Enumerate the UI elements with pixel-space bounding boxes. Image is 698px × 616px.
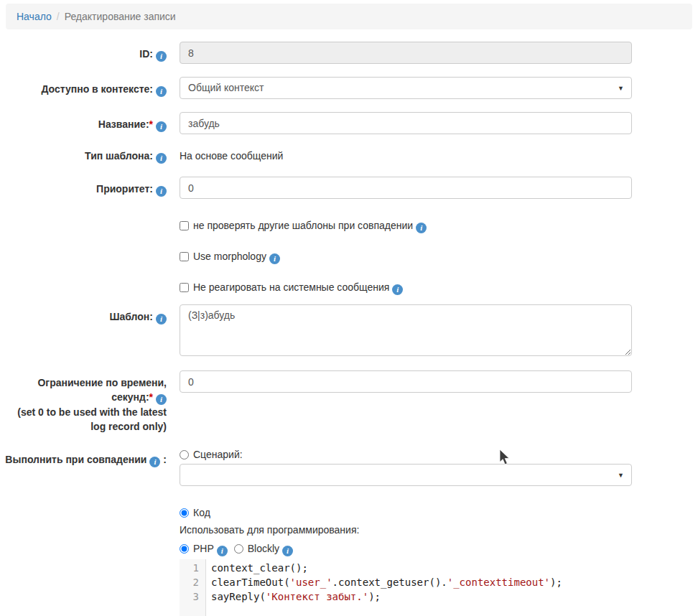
info-icon[interactable]: i: [269, 253, 280, 264]
template-type-label: Тип шаблона:i: [0, 147, 174, 164]
time-limit-note-line1: (set 0 to be used with the latest: [0, 405, 167, 419]
required-mark: *: [149, 391, 153, 403]
code-editor-content[interactable]: context_clear();clearTimeOut('user_'.con…: [206, 559, 632, 616]
pattern-field[interactable]: (З|з)абудь: [180, 304, 632, 356]
checkbox-use-morphology-input[interactable]: [180, 252, 189, 261]
checkbox-no-check-others[interactable]: не проверять другие шаблоны при совпаден…: [180, 220, 427, 231]
checkbox-use-morphology[interactable]: Use morphologyi: [180, 251, 280, 262]
form-row-execute: Выполнить при совпаденииi : Сценарий: ▼ …: [0, 447, 698, 616]
info-icon[interactable]: i: [392, 284, 403, 295]
info-icon[interactable]: i: [282, 546, 293, 556]
form-row-template-type: Тип шаблона:i На основе сообщений: [0, 147, 698, 164]
form-row-time-limit: Ограничение по времени, секунд:*i (set 0…: [0, 370, 698, 434]
context-select-value: Общий контекст: [188, 81, 264, 95]
info-icon[interactable]: i: [156, 314, 167, 325]
code-line-number: 1: [180, 561, 199, 575]
breadcrumb: Начало/Редактирование записи: [6, 4, 692, 29]
info-icon[interactable]: i: [156, 121, 167, 132]
code-editor-gutter: 123: [180, 559, 206, 616]
radio-scenario[interactable]: Сценарий:: [180, 449, 243, 460]
priority-label: Приоритет:i: [0, 177, 174, 199]
time-limit-field[interactable]: [180, 370, 632, 393]
form-row-priority: Приоритет:i: [0, 177, 698, 199]
info-icon[interactable]: i: [217, 546, 228, 556]
info-icon[interactable]: i: [156, 186, 167, 197]
execute-label: Выполнить при совпаденииi :: [0, 447, 174, 616]
required-mark: *: [149, 118, 153, 130]
chevron-down-icon: ▼: [618, 468, 624, 482]
code-editor[interactable]: 123 context_clear();clearTimeOut('user_'…: [180, 559, 632, 616]
code-line: context_clear();: [211, 561, 632, 575]
radio-scenario-input[interactable]: [180, 450, 189, 459]
info-icon[interactable]: i: [156, 394, 167, 405]
radio-code-input[interactable]: [180, 508, 189, 518]
radio-code[interactable]: Код: [180, 507, 210, 518]
time-limit-label: Ограничение по времени, секунд:*i (set 0…: [0, 370, 174, 434]
info-icon[interactable]: i: [156, 153, 167, 164]
scenario-select[interactable]: ▼: [180, 464, 632, 486]
code-line: sayReply('Контекст забыт.');: [211, 589, 632, 604]
breadcrumb-home-link[interactable]: Начало: [17, 11, 52, 22]
form-row-checkbox-use-morphology: Use morphologyi: [0, 249, 698, 264]
template-type-value: На основе сообщений: [180, 147, 632, 163]
info-icon[interactable]: i: [416, 223, 427, 233]
radio-blockly-input[interactable]: [234, 544, 243, 554]
code-line-number: 2: [180, 575, 199, 589]
pattern-label: Шаблон:i: [0, 304, 174, 358]
radio-blockly[interactable]: Blocklyi: [234, 543, 293, 554]
id-field: [180, 42, 632, 64]
form-row-name: Название:*i: [0, 112, 698, 134]
form-row-context: Доступно в контексте:i Общий контекст ▼: [0, 77, 698, 99]
priority-field[interactable]: [180, 177, 632, 199]
time-limit-note-line2: log record only): [0, 419, 167, 434]
context-label: Доступно в контексте:i: [0, 77, 174, 99]
info-icon[interactable]: i: [156, 86, 167, 97]
checkbox-ignore-system[interactable]: Не реагировать на системные сообщенияi: [180, 281, 403, 293]
name-label: Название:*i: [0, 112, 174, 134]
code-line: clearTimeOut('user_'.context_getuser().'…: [211, 575, 632, 589]
form-row-checkbox-no-check-others: не проверять другие шаблоны при совпаден…: [0, 218, 698, 233]
info-icon[interactable]: i: [156, 51, 167, 62]
code-line-number: 3: [180, 589, 199, 604]
form-row-checkbox-ignore-system: Не реагировать на системные сообщенияi: [0, 280, 698, 295]
id-label: ID:i: [0, 42, 174, 64]
radio-php-input[interactable]: [180, 544, 189, 554]
breadcrumb-current: Редактирование записи: [65, 11, 176, 22]
usage-caption: Использовать для программирования:: [180, 523, 632, 537]
checkbox-ignore-system-input[interactable]: [180, 283, 189, 292]
checkbox-no-check-others-input[interactable]: [180, 221, 189, 230]
breadcrumb-separator: /: [52, 11, 65, 22]
info-icon[interactable]: i: [149, 457, 160, 467]
name-field[interactable]: [180, 112, 632, 134]
form-row-pattern: Шаблон:i (З|з)абудь: [0, 304, 698, 358]
form-row-id: ID:i: [0, 42, 698, 64]
chevron-down-icon: ▼: [618, 81, 624, 95]
context-select[interactable]: Общий контекст ▼: [180, 77, 632, 99]
radio-php[interactable]: PHPi: [180, 543, 228, 554]
